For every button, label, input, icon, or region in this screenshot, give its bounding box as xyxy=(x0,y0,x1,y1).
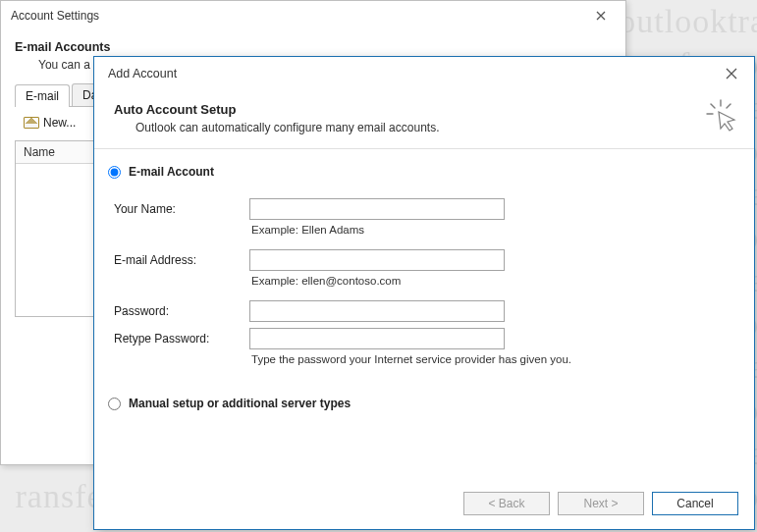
email-setup-form: Your Name: Example: Ellen Adams E-mail A… xyxy=(114,198,748,373)
wizard-header: Auto Account Setup Outlook can automatic… xyxy=(94,90,754,149)
close-icon xyxy=(596,11,606,21)
email-account-option[interactable]: E-mail Account xyxy=(108,165,748,179)
wizard-buttons: < Back Next > Cancel xyxy=(463,492,738,515)
wizard-subtext: Outlook can automatically configure many… xyxy=(135,121,734,134)
email-accounts-heading: E-mail Accounts xyxy=(15,40,612,54)
wizard-heading: Auto Account Setup xyxy=(114,102,734,117)
email-account-radio[interactable] xyxy=(108,166,121,179)
back-button: < Back xyxy=(463,492,550,515)
add-account-window: Add Account Auto Account Setup Outlook c… xyxy=(93,56,755,530)
email-account-radio-label: E-mail Account xyxy=(129,165,214,179)
add-account-title: Add Account xyxy=(108,67,177,80)
account-settings-titlebar: Account Settings xyxy=(1,1,625,30)
email-example: Example: ellen@contoso.com xyxy=(251,275,505,287)
new-account-button[interactable]: New... xyxy=(17,113,82,133)
tab-email[interactable]: E-mail xyxy=(15,84,70,107)
account-settings-title: Account Settings xyxy=(11,9,99,23)
manual-setup-radio[interactable] xyxy=(108,398,121,410)
next-button[interactable]: Next > xyxy=(558,492,644,515)
retype-password-label: Retype Password: xyxy=(114,332,242,346)
add-account-titlebar: Add Account xyxy=(94,57,754,90)
cursor-click-icon xyxy=(705,98,740,133)
your-name-label: Your Name: xyxy=(114,202,242,216)
mail-icon xyxy=(24,117,39,129)
new-button-label: New... xyxy=(43,116,76,130)
add-account-close-button[interactable] xyxy=(717,59,746,88)
email-address-label: E-mail Address: xyxy=(114,253,242,267)
close-icon xyxy=(726,68,737,80)
wizard-body: E-mail Account Your Name: Example: Ellen… xyxy=(94,149,754,416)
cancel-button[interactable]: Cancel xyxy=(652,492,738,515)
your-name-input[interactable] xyxy=(249,198,505,220)
password-label: Password: xyxy=(114,304,242,318)
manual-setup-radio-label: Manual setup or additional server types xyxy=(129,397,351,410)
password-hint: Type the password your Internet service … xyxy=(251,353,605,365)
email-address-input[interactable] xyxy=(249,249,505,271)
manual-setup-option[interactable]: Manual setup or additional server types xyxy=(108,397,748,410)
retype-password-input[interactable] xyxy=(249,328,505,349)
your-name-example: Example: Ellen Adams xyxy=(251,224,505,236)
account-settings-close-button[interactable] xyxy=(586,1,616,30)
password-input[interactable] xyxy=(249,300,505,322)
